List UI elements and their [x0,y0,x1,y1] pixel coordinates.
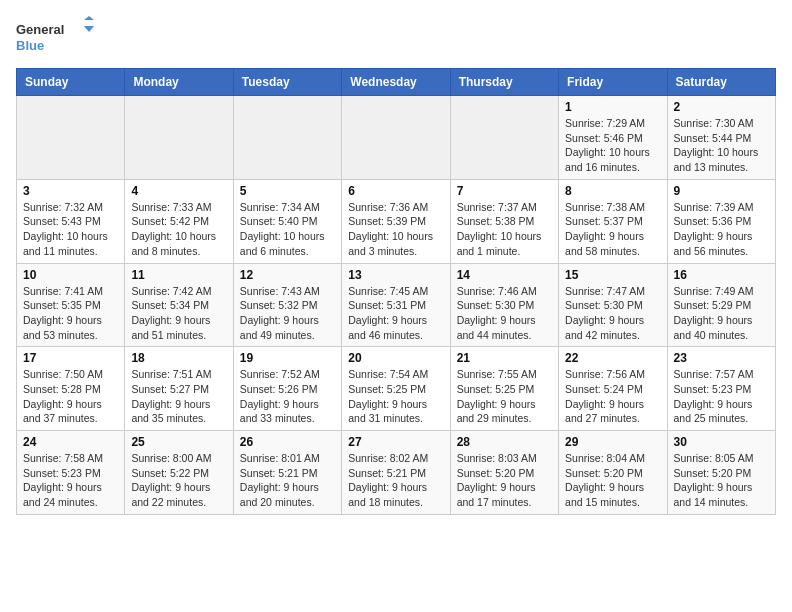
day-number: 27 [348,435,443,449]
day-cell: 10Sunrise: 7:41 AMSunset: 5:35 PMDayligh… [17,263,125,347]
day-cell: 8Sunrise: 7:38 AMSunset: 5:37 PMDaylight… [559,179,667,263]
svg-marker-2 [84,16,94,20]
day-cell: 30Sunrise: 8:05 AMSunset: 5:20 PMDayligh… [667,431,775,515]
day-cell: 14Sunrise: 7:46 AMSunset: 5:30 PMDayligh… [450,263,558,347]
day-cell [125,96,233,180]
header-row: SundayMondayTuesdayWednesdayThursdayFrid… [17,69,776,96]
day-info: Sunrise: 7:39 AMSunset: 5:36 PMDaylight:… [674,200,769,259]
day-info: Sunrise: 8:05 AMSunset: 5:20 PMDaylight:… [674,451,769,510]
day-info: Sunrise: 7:46 AMSunset: 5:30 PMDaylight:… [457,284,552,343]
day-number: 6 [348,184,443,198]
day-info: Sunrise: 7:56 AMSunset: 5:24 PMDaylight:… [565,367,660,426]
week-row: 1Sunrise: 7:29 AMSunset: 5:46 PMDaylight… [17,96,776,180]
day-cell: 23Sunrise: 7:57 AMSunset: 5:23 PMDayligh… [667,347,775,431]
svg-marker-3 [84,26,94,32]
day-cell: 6Sunrise: 7:36 AMSunset: 5:39 PMDaylight… [342,179,450,263]
day-cell: 18Sunrise: 7:51 AMSunset: 5:27 PMDayligh… [125,347,233,431]
day-cell: 9Sunrise: 7:39 AMSunset: 5:36 PMDaylight… [667,179,775,263]
svg-text:General: General [16,22,64,37]
day-cell: 5Sunrise: 7:34 AMSunset: 5:40 PMDaylight… [233,179,341,263]
day-cell: 24Sunrise: 7:58 AMSunset: 5:23 PMDayligh… [17,431,125,515]
day-number: 23 [674,351,769,365]
day-cell: 11Sunrise: 7:42 AMSunset: 5:34 PMDayligh… [125,263,233,347]
day-number: 8 [565,184,660,198]
day-cell: 12Sunrise: 7:43 AMSunset: 5:32 PMDayligh… [233,263,341,347]
day-info: Sunrise: 7:50 AMSunset: 5:28 PMDaylight:… [23,367,118,426]
day-info: Sunrise: 7:30 AMSunset: 5:44 PMDaylight:… [674,116,769,175]
day-info: Sunrise: 8:00 AMSunset: 5:22 PMDaylight:… [131,451,226,510]
day-number: 1 [565,100,660,114]
day-cell: 17Sunrise: 7:50 AMSunset: 5:28 PMDayligh… [17,347,125,431]
day-cell: 4Sunrise: 7:33 AMSunset: 5:42 PMDaylight… [125,179,233,263]
column-header-saturday: Saturday [667,69,775,96]
column-header-thursday: Thursday [450,69,558,96]
day-number: 13 [348,268,443,282]
calendar-table: SundayMondayTuesdayWednesdayThursdayFrid… [16,68,776,515]
day-info: Sunrise: 7:32 AMSunset: 5:43 PMDaylight:… [23,200,118,259]
day-cell: 1Sunrise: 7:29 AMSunset: 5:46 PMDaylight… [559,96,667,180]
day-cell [342,96,450,180]
day-cell: 2Sunrise: 7:30 AMSunset: 5:44 PMDaylight… [667,96,775,180]
day-number: 24 [23,435,118,449]
day-number: 20 [348,351,443,365]
day-number: 30 [674,435,769,449]
day-number: 10 [23,268,118,282]
day-number: 9 [674,184,769,198]
day-info: Sunrise: 7:55 AMSunset: 5:25 PMDaylight:… [457,367,552,426]
day-cell: 27Sunrise: 8:02 AMSunset: 5:21 PMDayligh… [342,431,450,515]
day-number: 25 [131,435,226,449]
day-number: 26 [240,435,335,449]
day-cell: 3Sunrise: 7:32 AMSunset: 5:43 PMDaylight… [17,179,125,263]
week-row: 10Sunrise: 7:41 AMSunset: 5:35 PMDayligh… [17,263,776,347]
day-info: Sunrise: 7:37 AMSunset: 5:38 PMDaylight:… [457,200,552,259]
day-number: 19 [240,351,335,365]
day-number: 4 [131,184,226,198]
week-row: 3Sunrise: 7:32 AMSunset: 5:43 PMDaylight… [17,179,776,263]
day-number: 15 [565,268,660,282]
day-number: 14 [457,268,552,282]
day-number: 16 [674,268,769,282]
day-cell: 13Sunrise: 7:45 AMSunset: 5:31 PMDayligh… [342,263,450,347]
week-row: 17Sunrise: 7:50 AMSunset: 5:28 PMDayligh… [17,347,776,431]
svg-text:Blue: Blue [16,38,44,53]
day-info: Sunrise: 7:47 AMSunset: 5:30 PMDaylight:… [565,284,660,343]
day-cell: 26Sunrise: 8:01 AMSunset: 5:21 PMDayligh… [233,431,341,515]
calendar-body: 1Sunrise: 7:29 AMSunset: 5:46 PMDaylight… [17,96,776,515]
column-header-monday: Monday [125,69,233,96]
day-info: Sunrise: 7:54 AMSunset: 5:25 PMDaylight:… [348,367,443,426]
week-row: 24Sunrise: 7:58 AMSunset: 5:23 PMDayligh… [17,431,776,515]
day-cell: 21Sunrise: 7:55 AMSunset: 5:25 PMDayligh… [450,347,558,431]
logo-svg: General Blue [16,16,96,56]
page-header: General Blue [16,16,776,56]
day-info: Sunrise: 8:04 AMSunset: 5:20 PMDaylight:… [565,451,660,510]
day-info: Sunrise: 7:51 AMSunset: 5:27 PMDaylight:… [131,367,226,426]
day-cell: 16Sunrise: 7:49 AMSunset: 5:29 PMDayligh… [667,263,775,347]
day-number: 3 [23,184,118,198]
day-number: 11 [131,268,226,282]
day-info: Sunrise: 7:49 AMSunset: 5:29 PMDaylight:… [674,284,769,343]
day-cell: 19Sunrise: 7:52 AMSunset: 5:26 PMDayligh… [233,347,341,431]
day-info: Sunrise: 7:43 AMSunset: 5:32 PMDaylight:… [240,284,335,343]
day-cell: 22Sunrise: 7:56 AMSunset: 5:24 PMDayligh… [559,347,667,431]
day-number: 18 [131,351,226,365]
day-number: 2 [674,100,769,114]
column-header-tuesday: Tuesday [233,69,341,96]
day-info: Sunrise: 7:42 AMSunset: 5:34 PMDaylight:… [131,284,226,343]
day-info: Sunrise: 8:01 AMSunset: 5:21 PMDaylight:… [240,451,335,510]
day-info: Sunrise: 7:58 AMSunset: 5:23 PMDaylight:… [23,451,118,510]
day-info: Sunrise: 7:45 AMSunset: 5:31 PMDaylight:… [348,284,443,343]
day-number: 29 [565,435,660,449]
logo: General Blue [16,16,96,56]
day-info: Sunrise: 7:36 AMSunset: 5:39 PMDaylight:… [348,200,443,259]
day-info: Sunrise: 7:38 AMSunset: 5:37 PMDaylight:… [565,200,660,259]
day-info: Sunrise: 7:41 AMSunset: 5:35 PMDaylight:… [23,284,118,343]
day-number: 12 [240,268,335,282]
calendar-header: SundayMondayTuesdayWednesdayThursdayFrid… [17,69,776,96]
day-info: Sunrise: 7:52 AMSunset: 5:26 PMDaylight:… [240,367,335,426]
day-number: 7 [457,184,552,198]
day-cell: 20Sunrise: 7:54 AMSunset: 5:25 PMDayligh… [342,347,450,431]
day-cell [450,96,558,180]
day-number: 17 [23,351,118,365]
day-info: Sunrise: 8:03 AMSunset: 5:20 PMDaylight:… [457,451,552,510]
day-cell: 25Sunrise: 8:00 AMSunset: 5:22 PMDayligh… [125,431,233,515]
